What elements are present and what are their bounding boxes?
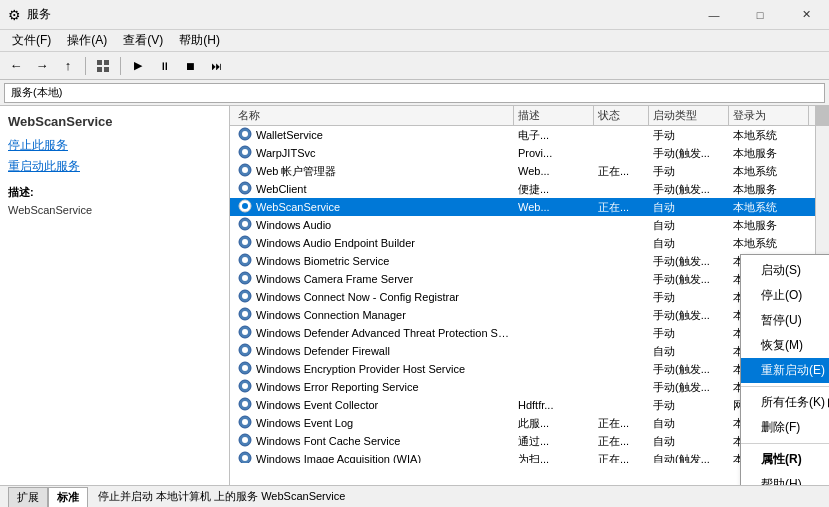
service-icon	[238, 379, 252, 395]
service-name: Windows Error Reporting Service	[256, 381, 419, 393]
svg-point-27	[242, 329, 248, 335]
menu-bar: 文件(F) 操作(A) 查看(V) 帮助(H)	[0, 30, 829, 52]
maximize-button[interactable]: □	[737, 0, 783, 30]
context-menu-item[interactable]: 删除(F)	[741, 415, 829, 440]
service-icon	[238, 181, 252, 197]
svg-point-13	[242, 203, 248, 209]
window-title: 服务	[27, 6, 51, 23]
scrollbar-thumb[interactable]	[815, 106, 829, 126]
service-icon	[238, 397, 252, 413]
context-menu-item[interactable]: 所有任务(K) ▶	[741, 390, 829, 415]
close-button[interactable]: ✕	[783, 0, 829, 30]
restart-button[interactable]: ⏭	[204, 55, 228, 77]
tab-standard[interactable]: 标准	[48, 487, 88, 507]
context-menu-item[interactable]: 启动(S)	[741, 258, 829, 283]
menu-help[interactable]: 帮助(H)	[171, 30, 228, 51]
table-row[interactable]: Web 帐户管理器Web...正在...手动本地系统	[230, 162, 829, 180]
svg-point-15	[242, 221, 248, 227]
menu-view[interactable]: 查看(V)	[115, 30, 171, 51]
svg-point-37	[242, 419, 248, 425]
table-row[interactable]: WalletService电子...手动本地系统	[230, 126, 829, 144]
service-icon	[238, 325, 252, 341]
main-container: WebScanService 停止此服务 重启动此服务 描述: WebScanS…	[0, 106, 829, 485]
service-name: Windows Image Acquisition (WIA)	[256, 453, 421, 463]
col-header-desc: 描述	[514, 106, 594, 125]
context-menu-separator	[741, 386, 829, 387]
svg-rect-3	[104, 67, 109, 72]
minimize-button[interactable]: —	[691, 0, 737, 30]
service-icon	[238, 199, 252, 215]
service-name: WebClient	[256, 183, 307, 195]
service-icon	[238, 235, 252, 251]
service-icon	[238, 343, 252, 359]
app-icon: ⚙	[8, 7, 21, 23]
back-button[interactable]: ←	[4, 55, 28, 77]
table-row[interactable]: WebClient便捷...手动(触发...本地服务	[230, 180, 829, 198]
forward-button[interactable]: →	[30, 55, 54, 77]
context-menu-item[interactable]: 暂停(U)	[741, 308, 829, 333]
context-menu-separator-2	[741, 443, 829, 444]
status-text: 停止并启动 本地计算机 上的服务 WebScanService	[98, 489, 345, 504]
pause-button[interactable]: ⏸	[152, 55, 176, 77]
context-menu-item[interactable]: 恢复(M)	[741, 333, 829, 358]
col-header-status: 状态	[594, 106, 649, 125]
stop-service-link[interactable]: 停止此服务	[8, 137, 221, 154]
service-name: Windows Camera Frame Server	[256, 273, 413, 285]
menu-action[interactable]: 操作(A)	[59, 30, 115, 51]
status-tabs: 扩展 标准	[8, 487, 88, 507]
col-header-startup: 启动类型	[649, 106, 729, 125]
col-header-name: 名称	[234, 106, 514, 125]
service-name: Windows Audio	[256, 219, 331, 231]
tab-extended[interactable]: 扩展	[8, 487, 48, 507]
separator-1	[85, 57, 86, 75]
separator-2	[120, 57, 121, 75]
desc-text: WebScanService	[8, 204, 221, 216]
service-name: Windows Connection Manager	[256, 309, 406, 321]
service-icon	[238, 361, 252, 377]
column-headers: 名称 描述 状态 启动类型 登录为	[230, 106, 829, 126]
service-icon	[238, 289, 252, 305]
table-row[interactable]: Windows Audio自动本地服务	[230, 216, 829, 234]
svg-point-23	[242, 293, 248, 299]
service-icon	[238, 415, 252, 431]
table-row[interactable]: WarpJITSvcProvi...手动(触发...本地服务	[230, 144, 829, 162]
service-name: Windows Defender Advanced Threat Protect…	[256, 327, 514, 339]
service-icon	[238, 127, 252, 143]
right-panel: 名称 描述 状态 启动类型 登录为 WalletService电子...手动本地…	[230, 106, 829, 485]
col-header-login: 登录为	[729, 106, 809, 125]
restart-service-link[interactable]: 重启动此服务	[8, 158, 221, 175]
service-name: Web 帐户管理器	[256, 164, 336, 179]
svg-point-29	[242, 347, 248, 353]
svg-point-11	[242, 185, 248, 191]
left-panel: WebScanService 停止此服务 重启动此服务 描述: WebScanS…	[0, 106, 230, 485]
show-hide-button[interactable]	[91, 55, 115, 77]
menu-file[interactable]: 文件(F)	[4, 30, 59, 51]
svg-rect-2	[97, 67, 102, 72]
nav-address[interactable]: 服务(本地)	[4, 83, 825, 103]
service-icon	[238, 307, 252, 323]
context-menu-item[interactable]: 停止(O)	[741, 283, 829, 308]
service-name: WalletService	[256, 129, 323, 141]
svg-point-25	[242, 311, 248, 317]
svg-point-7	[242, 149, 248, 155]
table-row[interactable]: WebScanServiceWeb...正在...自动本地系统	[230, 198, 829, 216]
play-button[interactable]: ▶	[126, 55, 150, 77]
context-menu[interactable]: 启动(S)停止(O)暂停(U)恢复(M)重新启动(E)所有任务(K) ▶删除(F…	[740, 254, 829, 485]
context-menu-item[interactable]: 重新启动(E)	[741, 358, 829, 383]
svg-point-9	[242, 167, 248, 173]
svg-point-5	[242, 131, 248, 137]
table-row[interactable]: Windows Audio Endpoint Builder自动本地系统	[230, 234, 829, 252]
left-panel-title: WebScanService	[8, 114, 221, 129]
stop-button[interactable]: ⏹	[178, 55, 202, 77]
status-bar: 扩展 标准 停止并启动 本地计算机 上的服务 WebScanService	[0, 485, 829, 507]
service-icon	[238, 163, 252, 179]
up-button[interactable]: ↑	[56, 55, 80, 77]
svg-point-21	[242, 275, 248, 281]
context-menu-item[interactable]: 帮助(H)	[741, 472, 829, 485]
svg-point-35	[242, 401, 248, 407]
service-icon	[238, 451, 252, 463]
context-menu-item[interactable]: 属性(R)	[741, 447, 829, 472]
svg-point-33	[242, 383, 248, 389]
service-name: Windows Font Cache Service	[256, 435, 400, 447]
service-name: Windows Event Collector	[256, 399, 378, 411]
